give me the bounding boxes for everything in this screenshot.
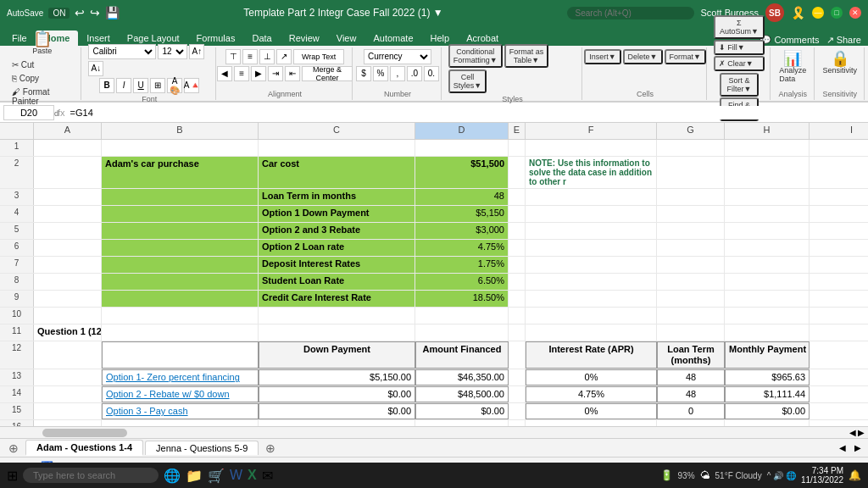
cell-b10[interactable]: [102, 308, 259, 324]
cell-i7[interactable]: [810, 257, 868, 273]
cell-e15[interactable]: [509, 403, 526, 419]
windows-icon[interactable]: ⊞: [7, 468, 18, 484]
currency-btn[interactable]: $: [356, 66, 371, 81]
cell-h13[interactable]: $965.63: [725, 369, 810, 385]
title-search-input[interactable]: [567, 7, 694, 19]
cell-d6[interactable]: 4.75%: [415, 240, 509, 256]
cell-d11[interactable]: [415, 324, 509, 341]
align-center-btn[interactable]: ≡: [234, 66, 249, 81]
cell-i11[interactable]: [810, 324, 868, 341]
cell-d3[interactable]: 48: [415, 189, 509, 205]
cell-g8[interactable]: [657, 274, 725, 290]
cell-a3[interactable]: [34, 189, 102, 205]
cell-a9[interactable]: [34, 291, 102, 307]
comments-btn[interactable]: 💬 Comments: [760, 35, 819, 46]
conditional-formatting-btn[interactable]: ConditionalFormatting▼: [448, 44, 503, 68]
comma-btn[interactable]: ,: [390, 66, 405, 81]
cell-h16[interactable]: [725, 420, 810, 426]
col-header-d[interactable]: D: [415, 123, 509, 139]
fill-btn[interactable]: ⬇ Fill▼: [714, 40, 765, 55]
cell-d4[interactable]: $5,150: [415, 206, 509, 222]
fill-color-btn[interactable]: A🎨: [167, 78, 182, 93]
cell-f11[interactable]: [526, 324, 657, 341]
col-header-a[interactable]: A: [34, 123, 102, 139]
cell-styles-btn[interactable]: CellStyles▼: [448, 69, 487, 93]
cell-a7[interactable]: [34, 257, 102, 273]
cell-c12[interactable]: Down Payment: [259, 341, 415, 369]
cell-f3[interactable]: [526, 189, 657, 205]
font-name-select[interactable]: Calibri: [88, 44, 156, 59]
cell-b8[interactable]: [102, 274, 259, 290]
align-bottom-btn[interactable]: ⊥: [259, 49, 275, 64]
cell-b11[interactable]: [102, 324, 259, 341]
cell-h3[interactable]: [725, 189, 810, 205]
grid-body[interactable]: 1 2 Adam's car purchase Car cost $51,500…: [0, 140, 868, 426]
tab-scroll-right[interactable]: ▶: [851, 443, 865, 452]
tab-view[interactable]: View: [328, 30, 365, 46]
cell-a1[interactable]: [34, 140, 102, 156]
cell-d13[interactable]: $46,350.00: [415, 369, 509, 385]
cell-a12[interactable]: [34, 341, 102, 369]
cell-a5[interactable]: [34, 223, 102, 239]
taskbar-app-excel[interactable]: X: [248, 468, 257, 483]
cell-e5[interactable]: [509, 223, 526, 239]
cell-f8[interactable]: [526, 274, 657, 290]
cell-d7[interactable]: 1.75%: [415, 257, 509, 273]
window-close[interactable]: ✕: [849, 7, 861, 19]
notification-icon[interactable]: 🔔: [849, 469, 861, 481]
cell-e7[interactable]: [509, 257, 526, 273]
bold-btn[interactable]: B: [99, 78, 114, 93]
cell-d15[interactable]: $0.00: [415, 403, 509, 419]
cell-e4[interactable]: [509, 206, 526, 222]
cell-b6[interactable]: [102, 240, 259, 256]
col-header-e[interactable]: E: [509, 123, 526, 139]
cell-b3[interactable]: [102, 189, 259, 205]
cell-f13[interactable]: 0%: [526, 369, 657, 385]
cell-e6[interactable]: [509, 240, 526, 256]
taskbar-app-store[interactable]: 🛒: [208, 468, 225, 484]
cell-i10[interactable]: [810, 308, 868, 324]
cell-g1[interactable]: [657, 140, 725, 156]
cell-c16[interactable]: [259, 420, 415, 426]
cell-a10[interactable]: [34, 308, 102, 324]
italic-btn[interactable]: I: [116, 78, 131, 93]
format-btn[interactable]: Format▼: [665, 49, 706, 64]
cell-e3[interactable]: [509, 189, 526, 205]
cell-i8[interactable]: [810, 274, 868, 290]
cell-h15[interactable]: $0.00: [725, 403, 810, 419]
cell-reference-box[interactable]: [3, 105, 54, 120]
cell-b12[interactable]: [102, 341, 259, 369]
border-btn[interactable]: ⊞: [150, 78, 165, 93]
cell-g2[interactable]: [657, 157, 725, 188]
unindent-btn[interactable]: ⇤: [285, 66, 300, 81]
cell-i2[interactable]: [810, 157, 868, 188]
cell-g13[interactable]: 48: [657, 369, 725, 385]
autosum-btn[interactable]: Σ AutoSum▼: [714, 15, 765, 39]
cell-b14[interactable]: Option 2 - Rebate w/ $0 down: [102, 386, 259, 402]
cell-e1[interactable]: [509, 140, 526, 156]
cell-f16[interactable]: [526, 420, 657, 426]
delete-btn[interactable]: Delete▼: [623, 49, 663, 64]
cell-b5[interactable]: [102, 223, 259, 239]
add-sheet-btn2[interactable]: ⊕: [260, 441, 281, 455]
autosave-toggle[interactable]: ON: [48, 8, 70, 19]
system-tray-icons[interactable]: ^ 🔊 🌐: [767, 471, 796, 480]
cell-d1[interactable]: [415, 140, 509, 156]
taskbar-search-input[interactable]: [23, 468, 159, 483]
add-sheet-btn[interactable]: ⊕: [3, 441, 24, 455]
cell-e10[interactable]: [509, 308, 526, 324]
cell-g7[interactable]: [657, 257, 725, 273]
cell-d12[interactable]: Amount Financed: [415, 341, 509, 369]
cell-c13[interactable]: $5,150.00: [259, 369, 415, 385]
cell-f15[interactable]: 0%: [526, 403, 657, 419]
cell-f1[interactable]: [526, 140, 657, 156]
cell-g4[interactable]: [657, 206, 725, 222]
cell-g16[interactable]: [657, 420, 725, 426]
cell-f14[interactable]: 4.75%: [526, 386, 657, 402]
col-header-g[interactable]: G: [657, 123, 725, 139]
cell-i3[interactable]: [810, 189, 868, 205]
cell-c6[interactable]: Option 2 Loan rate: [259, 240, 415, 256]
cell-c5[interactable]: Option 2 and 3 Rebate: [259, 223, 415, 239]
font-color-btn[interactable]: A🔺: [184, 78, 199, 93]
cell-d2[interactable]: $51,500: [415, 157, 509, 188]
